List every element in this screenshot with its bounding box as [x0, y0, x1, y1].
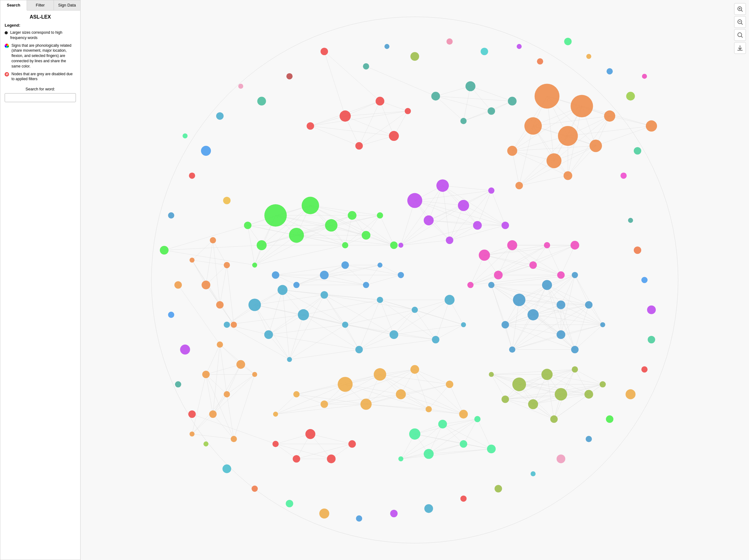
left-panel: Search Filter Sign Data ASL-LEX Legend: … — [0, 0, 81, 560]
dot-icon — [5, 31, 8, 36]
network-canvas[interactable] — [81, 0, 749, 560]
panel-content: ASL-LEX Legend: Larger sizes correspond … — [0, 10, 80, 560]
svg-line-6 — [741, 23, 743, 24]
legend-heading: Legend: — [5, 23, 76, 27]
legend-item-disabled: ⊘ Nodes that are grey are disabled due t… — [5, 71, 76, 82]
download-button[interactable] — [734, 42, 746, 54]
search-input[interactable] — [5, 93, 76, 102]
tab-filter[interactable]: Filter — [27, 0, 53, 10]
search-label: Search for word: — [5, 87, 76, 91]
svg-line-8 — [741, 36, 743, 38]
tab-search[interactable]: Search — [0, 0, 27, 10]
rainbow-icon — [5, 44, 9, 49]
svg-line-3 — [741, 10, 743, 12]
legend-text-size: Larger sizes correspond to high frequenc… — [10, 30, 76, 41]
legend-text-disabled: Nodes that are grey are disabled due to … — [12, 71, 76, 82]
panel-title: ASL-LEX — [5, 14, 76, 20]
main-area — [81, 0, 749, 560]
legend-item-size: Larger sizes correspond to high frequenc… — [5, 30, 76, 41]
no-icon: ⊘ — [5, 72, 9, 76]
zoom-controls — [734, 3, 746, 54]
legend-item-color: Signs that are phonologically related (s… — [5, 43, 76, 69]
legend-text-color: Signs that are phonologically related (s… — [12, 43, 76, 69]
tab-sign-data[interactable]: Sign Data — [54, 0, 80, 10]
fit-zoom-button[interactable] — [734, 29, 746, 41]
zoom-in-button[interactable] — [734, 3, 746, 15]
svg-point-7 — [738, 33, 742, 37]
zoom-out-button[interactable] — [734, 16, 746, 28]
tab-bar: Search Filter Sign Data — [0, 0, 80, 10]
